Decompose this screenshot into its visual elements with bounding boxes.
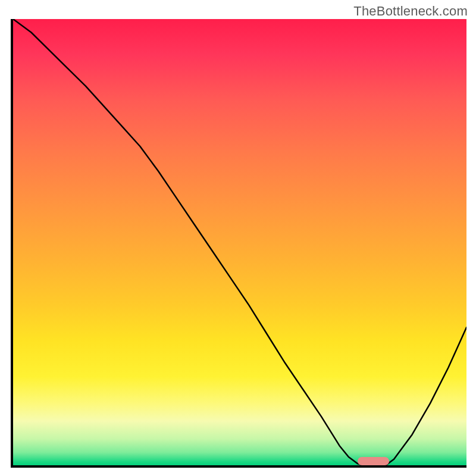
optimal-marker — [358, 457, 389, 465]
plot-area — [13, 19, 466, 466]
watermark-text: TheBottleneck.com — [353, 4, 468, 19]
chart-container: TheBottleneck.com — [0, 0, 476, 476]
data-curve — [13, 19, 466, 466]
